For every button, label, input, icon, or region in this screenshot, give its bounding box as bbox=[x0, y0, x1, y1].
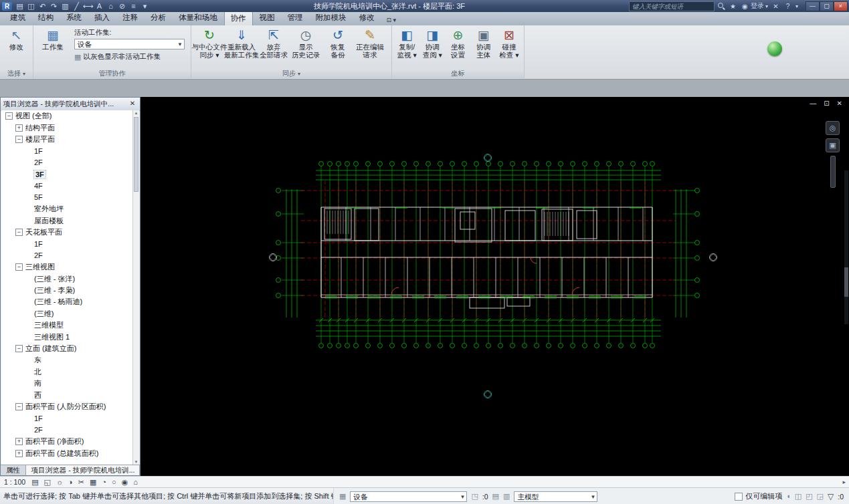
filter-icon[interactable]: ▽ bbox=[828, 492, 834, 501]
tree-item[interactable]: −立面 (建筑立面) bbox=[1, 343, 132, 354]
redo-icon[interactable]: ↷ bbox=[49, 1, 59, 11]
select-panel-label[interactable]: 选择 ▾ bbox=[0, 69, 33, 78]
tree-item[interactable]: −视图 (全部) bbox=[1, 110, 132, 122]
tree-item[interactable]: 三维模型 bbox=[1, 320, 132, 331]
tab-properties[interactable]: 属性 bbox=[1, 465, 26, 475]
scroll-up-icon[interactable]: ▲ bbox=[133, 110, 139, 116]
ribbon-tab-管理[interactable]: 管理 bbox=[282, 11, 309, 25]
navigation-slider[interactable] bbox=[830, 156, 836, 188]
minimize-button[interactable]: — bbox=[806, 1, 820, 11]
relinquish-all-button[interactable]: ⇱放弃全部请求 bbox=[258, 27, 290, 59]
favorites-star-icon[interactable]: ★ bbox=[729, 3, 737, 10]
tree-item[interactable]: 1F bbox=[1, 412, 132, 424]
tree-item[interactable]: 2F bbox=[1, 424, 132, 436]
ribbon-tab-分析[interactable]: 分析 bbox=[145, 11, 172, 25]
ribbon-tab-协作[interactable]: 协作 bbox=[224, 11, 253, 25]
tree-item[interactable]: (三维 - 李枭) bbox=[1, 285, 132, 296]
worksets-button[interactable]: ▦ 工作集 bbox=[35, 27, 70, 51]
ribbon-display-toggle[interactable]: ⊡ ▾ bbox=[387, 17, 397, 25]
expand-icon[interactable]: + bbox=[15, 124, 23, 132]
worksharing-monitor-icon[interactable]: ◫ bbox=[795, 492, 801, 501]
temporary-hide-isolate-icon[interactable]: ◔ bbox=[102, 478, 106, 487]
active-workset-status-dropdown[interactable]: 设备 ▼ bbox=[350, 491, 467, 502]
qat-customize-icon[interactable]: ▾ bbox=[140, 1, 150, 11]
sun-path-icon[interactable]: ☼ bbox=[56, 478, 63, 487]
chat-icon[interactable]: ◖ bbox=[786, 492, 791, 501]
tree-item[interactable]: 屋面楼板 bbox=[1, 215, 132, 227]
detail-level-icon[interactable]: ▤ bbox=[31, 478, 38, 487]
view-close-icon[interactable]: ✕ bbox=[837, 100, 842, 107]
section-icon[interactable]: ⊘ bbox=[117, 1, 127, 11]
temporary-view-properties-icon[interactable]: ⌂ bbox=[133, 478, 138, 487]
tree-item[interactable]: +面积平面 (总建筑面积) bbox=[1, 447, 132, 459]
gray-inactive-worksets-button[interactable]: ▦ 以灰色显示非活动工作集 bbox=[74, 52, 185, 61]
help-icon[interactable]: ? bbox=[783, 3, 792, 10]
open-file-icon[interactable]: ▤ bbox=[15, 1, 25, 11]
tree-item[interactable]: 3F bbox=[1, 168, 132, 180]
ribbon-tab-系统[interactable]: 系统 bbox=[60, 11, 88, 25]
ribbon-tab-建筑[interactable]: 建筑 bbox=[4, 11, 31, 25]
worksharing-display-icon[interactable]: ◉ bbox=[122, 478, 128, 487]
coordination-settings-button[interactable]: ⊕坐标设置 bbox=[445, 27, 470, 59]
help-chevron-icon[interactable]: ▾ bbox=[795, 3, 798, 9]
tree-item[interactable]: 1F bbox=[1, 238, 132, 249]
tree-item[interactable]: 东 bbox=[1, 354, 132, 366]
exchange-apps-icon[interactable]: ✕ bbox=[771, 3, 780, 10]
tree-item[interactable]: 三维视图 1 bbox=[1, 331, 132, 342]
show-history-button[interactable]: ◷显示历史记录 bbox=[290, 27, 322, 59]
tree-item[interactable]: 西 bbox=[1, 389, 132, 400]
shadows-icon[interactable]: ◑ bbox=[68, 478, 73, 487]
synchronize-panel-label[interactable]: 同步 ▾ bbox=[191, 69, 391, 78]
editable-only-checkbox[interactable]: 仅可编辑项 bbox=[735, 491, 782, 501]
tree-item[interactable]: +面积平面 (净面积) bbox=[1, 436, 132, 447]
default-3d-view-icon[interactable]: ⌂ bbox=[106, 1, 116, 11]
visual-style-icon[interactable]: ◱ bbox=[44, 478, 51, 487]
ribbon-tab-附加模块[interactable]: 附加模块 bbox=[310, 11, 353, 25]
tree-item[interactable]: 4F bbox=[1, 180, 132, 191]
reload-latest-button[interactable]: ⇓重新载入最新工作集 bbox=[225, 27, 258, 59]
restore-backup-button[interactable]: ↺恢复备份 bbox=[322, 27, 354, 59]
tree-item[interactable]: −楼层平面 bbox=[1, 134, 132, 145]
design-option-dropdown[interactable]: 主模型 ▼ bbox=[514, 491, 597, 502]
editing-requests-status-icon[interactable]: ◳ bbox=[471, 492, 478, 501]
tree-item[interactable]: (三维 - 张洋) bbox=[1, 273, 132, 284]
close-icon[interactable]: ✕ bbox=[128, 98, 137, 110]
close-button[interactable]: × bbox=[834, 1, 848, 11]
ribbon-tab-插入[interactable]: 插入 bbox=[88, 11, 116, 25]
design-options-icon[interactable]: ▤ bbox=[492, 492, 499, 501]
tree-item[interactable]: −面积平面 (人防分区面积) bbox=[1, 401, 132, 412]
tree-item[interactable]: 室外地坪 bbox=[1, 203, 132, 215]
collapse-icon[interactable]: − bbox=[15, 403, 23, 410]
press-drag-icon[interactable]: ◲ bbox=[817, 492, 824, 501]
modify-button[interactable]: ↖ 修改 bbox=[2, 27, 31, 51]
drawing-area[interactable]: — ⊡ ✕ ◎ ▣ bbox=[140, 97, 849, 476]
tab-project-browser[interactable]: 项目浏览器 - 技师学院机电培训... bbox=[26, 465, 140, 475]
ribbon-tab-注释[interactable]: 注释 bbox=[116, 11, 144, 25]
interference-check-button[interactable]: ⊠碰撞检查 ▾ bbox=[496, 27, 522, 59]
view-scale[interactable]: 1 : 100 bbox=[4, 478, 25, 486]
editing-requests-button[interactable]: ✎正在编辑请求 bbox=[354, 27, 386, 59]
coordination-host-button[interactable]: ▣协调主体 bbox=[471, 27, 496, 59]
view-minimize-icon[interactable]: — bbox=[810, 100, 816, 107]
collapse-icon[interactable]: − bbox=[15, 263, 23, 271]
scroll-right-icon[interactable]: ▸ bbox=[842, 479, 846, 485]
tree-item[interactable]: 北 bbox=[1, 366, 132, 378]
tree-item[interactable]: 1F bbox=[1, 145, 132, 156]
maximize-button[interactable]: ▢ bbox=[820, 1, 834, 11]
zoom-tool-icon[interactable]: ▣ bbox=[826, 138, 840, 152]
browser-scrollbar-thumb[interactable] bbox=[134, 117, 138, 192]
show-crop-region-icon[interactable]: ▦ bbox=[90, 478, 96, 487]
crop-view-icon[interactable]: ✂ bbox=[78, 478, 84, 487]
search-icon[interactable] bbox=[718, 3, 725, 10]
ribbon-tab-修改[interactable]: 修改 bbox=[353, 11, 381, 25]
tree-item[interactable]: 5F bbox=[1, 192, 132, 203]
thin-lines-icon[interactable]: ≡ bbox=[128, 1, 138, 11]
collapse-icon[interactable]: − bbox=[15, 136, 23, 143]
ribbon-tab-视图[interactable]: 视图 bbox=[254, 11, 281, 25]
ribbon-tab-体量和场地[interactable]: 体量和场地 bbox=[173, 11, 223, 25]
collapse-icon[interactable]: − bbox=[15, 229, 23, 236]
synchronize-with-central-button[interactable]: ↻与中心文件同步 ▾ bbox=[193, 27, 225, 59]
collapse-icon[interactable]: − bbox=[5, 112, 13, 120]
sign-in-button[interactable]: ◉ 登录 ▾ bbox=[741, 1, 768, 11]
undo-icon[interactable]: ↶ bbox=[37, 1, 48, 11]
